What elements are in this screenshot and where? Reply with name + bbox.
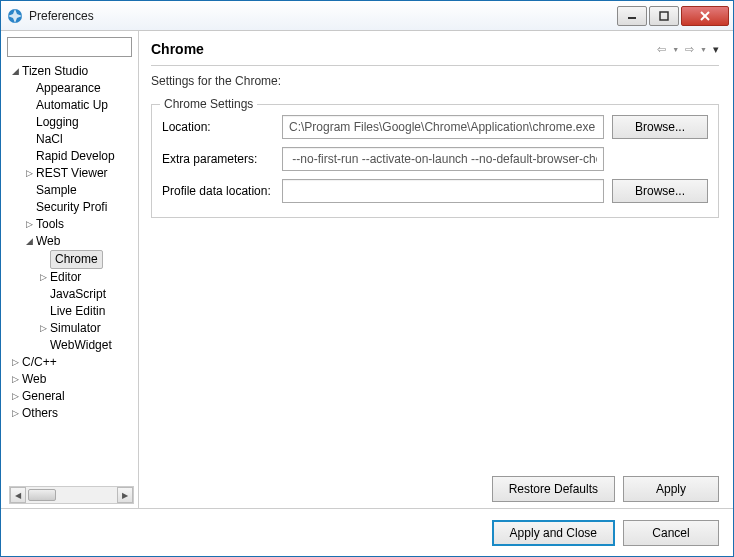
label-location: Location: <box>162 120 282 134</box>
heading-row: Chrome ⇦ ▼ ⇨ ▼ ▾ <box>151 41 719 66</box>
tree-item-general[interactable]: ▷General <box>7 388 138 405</box>
tree-item-tizen-studio[interactable]: ◢ Tizen Studio <box>7 63 138 80</box>
caret-down-icon: ◢ <box>9 66 21 78</box>
tree-item-ccpp[interactable]: ▷C/C++ <box>7 354 138 371</box>
nav-forward-icon[interactable]: ⇨ <box>685 43 694 56</box>
tree-item-rapid-develop[interactable]: Rapid Develop <box>21 148 138 165</box>
nav-icons: ⇦ ▼ ⇨ ▼ ▾ <box>657 43 719 56</box>
tree-item-editor[interactable]: ▷Editor <box>35 269 138 286</box>
filter-input[interactable] <box>7 37 132 57</box>
tree-item-appearance[interactable]: Appearance <box>21 80 138 97</box>
dropdown-icon[interactable]: ▼ <box>700 46 707 53</box>
scroll-thumb[interactable] <box>28 489 56 501</box>
tree-item-security-profiles[interactable]: Security Profi <box>21 199 138 216</box>
caret-right-icon: ▷ <box>23 168 35 180</box>
window-controls <box>615 6 729 26</box>
tree-item-web-root[interactable]: ▷Web <box>7 371 138 388</box>
scroll-left-icon[interactable]: ◀ <box>10 487 26 503</box>
app-icon <box>7 8 23 24</box>
tree-item-sample[interactable]: Sample <box>21 182 138 199</box>
tree-item-others[interactable]: ▷Others <box>7 405 138 422</box>
menu-dropdown-icon[interactable]: ▾ <box>713 43 719 56</box>
caret-right-icon: ▷ <box>9 357 21 369</box>
apply-button[interactable]: Apply <box>623 476 719 502</box>
input-extra-params[interactable] <box>282 147 604 171</box>
row-extra-params: Extra parameters: <box>162 147 708 171</box>
caret-right-icon: ▷ <box>9 374 21 386</box>
page-title: Chrome <box>151 41 657 57</box>
group-title: Chrome Settings <box>160 97 257 111</box>
content-area: ◢ Tizen Studio Appearance Automatic Up L… <box>1 31 733 508</box>
sidebar-horizontal-scrollbar[interactable]: ◀ ▶ <box>9 486 134 504</box>
nav-back-icon[interactable]: ⇦ <box>657 43 666 56</box>
caret-right-icon: ▷ <box>9 408 21 420</box>
svg-rect-2 <box>660 12 668 20</box>
input-location[interactable] <box>282 115 604 139</box>
footer: Apply and Close Cancel <box>1 508 733 556</box>
browse-profile-button[interactable]: Browse... <box>612 179 708 203</box>
tree-item-tools[interactable]: ▷Tools <box>21 216 138 233</box>
row-profile-data: Profile data location: Browse... <box>162 179 708 203</box>
apply-row: Restore Defaults Apply <box>151 476 719 502</box>
browse-location-button[interactable]: Browse... <box>612 115 708 139</box>
caret-right-icon: ▷ <box>9 391 21 403</box>
sidebar: ◢ Tizen Studio Appearance Automatic Up L… <box>1 31 139 508</box>
caret-right-icon: ▷ <box>23 219 35 231</box>
tree-item-javascript[interactable]: JavaScript <box>35 286 138 303</box>
window-title: Preferences <box>29 9 615 23</box>
caret-right-icon: ▷ <box>37 272 49 284</box>
minimize-button[interactable] <box>617 6 647 26</box>
title-bar: Preferences <box>1 1 733 31</box>
restore-defaults-button[interactable]: Restore Defaults <box>492 476 615 502</box>
preference-tree: ◢ Tizen Studio Appearance Automatic Up L… <box>5 63 138 484</box>
input-profile-data[interactable] <box>282 179 604 203</box>
close-button[interactable] <box>681 6 729 26</box>
dropdown-icon[interactable]: ▼ <box>672 46 679 53</box>
chrome-settings-group: Chrome Settings Location: Browse... Extr… <box>151 104 719 218</box>
scroll-right-icon[interactable]: ▶ <box>117 487 133 503</box>
apply-and-close-button[interactable]: Apply and Close <box>492 520 615 546</box>
tree-item-webwidget[interactable]: WebWidget <box>35 337 138 354</box>
tree-item-logging[interactable]: Logging <box>21 114 138 131</box>
row-location: Location: Browse... <box>162 115 708 139</box>
tree-item-rest-viewer[interactable]: ▷REST Viewer <box>21 165 138 182</box>
filter-box <box>7 37 132 57</box>
tree-item-nacl[interactable]: NaCl <box>21 131 138 148</box>
tree-item-chrome[interactable]: Chrome <box>35 250 138 269</box>
tree-item-simulator[interactable]: ▷Simulator <box>35 320 138 337</box>
cancel-button[interactable]: Cancel <box>623 520 719 546</box>
tree-item-automatic-update[interactable]: Automatic Up <box>21 97 138 114</box>
page-subheading: Settings for the Chrome: <box>151 74 719 88</box>
caret-down-icon: ◢ <box>23 236 35 248</box>
label-profile-data: Profile data location: <box>162 184 282 198</box>
tree-item-live-editing[interactable]: Live Editin <box>35 303 138 320</box>
tree-item-web[interactable]: ◢Web <box>21 233 138 250</box>
label-extra-params: Extra parameters: <box>162 152 282 166</box>
main-panel: Chrome ⇦ ▼ ⇨ ▼ ▾ Settings for the Chrome… <box>139 31 733 508</box>
caret-right-icon: ▷ <box>37 323 49 335</box>
maximize-button[interactable] <box>649 6 679 26</box>
